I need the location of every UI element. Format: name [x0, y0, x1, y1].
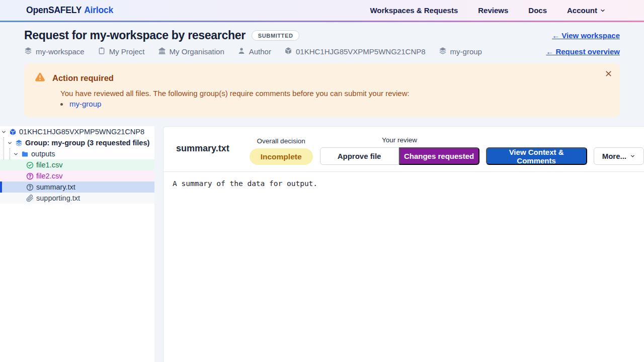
app-header: OpenSAFELYAirlock Workspaces & Requests … — [0, 0, 644, 22]
meta-author-label: Author — [249, 47, 271, 56]
brand-secondary: Airlock — [84, 5, 113, 15]
chevron-down-icon[interactable] — [13, 151, 19, 157]
nav-workspaces-requests[interactable]: Workspaces & Requests — [370, 6, 458, 15]
your-review-label: Your review — [382, 136, 417, 144]
tree-item-outputs-folder[interactable]: outputs — [0, 148, 154, 159]
request-overview-link[interactable]: ← Request overview — [546, 47, 620, 56]
cube-icon — [9, 128, 17, 136]
paperclip-icon — [26, 195, 34, 202]
alert-message: You have reviewed all files. The followi… — [60, 89, 608, 98]
alert-group-link[interactable]: my-group — [69, 100, 101, 108]
app-logo[interactable]: OpenSAFELYAirlock — [26, 5, 113, 16]
tree-item-label: summary.txt — [36, 183, 75, 191]
request-meta-row: my-workspace My Project My Organisation … — [24, 47, 620, 56]
file-panel-header: summary.txt Overall decision Incomplete … — [164, 127, 644, 172]
alert-group-list: my-group — [68, 100, 608, 108]
chevron-down-icon[interactable] — [7, 140, 13, 146]
nav-reviews[interactable]: Reviews — [478, 6, 508, 15]
tree-item-group[interactable]: Group: my-group (3 requested files) — [0, 137, 154, 148]
meta-group-label: my-group — [450, 47, 482, 56]
nav-docs[interactable]: Docs — [528, 6, 547, 15]
approve-file-button[interactable]: Approve file — [320, 147, 399, 165]
action-required-banner: Action required You have reviewed all fi… — [24, 63, 620, 117]
chevron-down-icon[interactable] — [1, 129, 7, 135]
file-name-heading: summary.txt — [176, 143, 229, 154]
tree-item-supporting[interactable]: supporting.txt — [0, 193, 154, 204]
file-content-text: A summary of the data for output. — [173, 179, 635, 188]
layers-icon — [15, 139, 23, 147]
overall-decision-group: Overall decision Incomplete — [250, 137, 313, 165]
clipboard-icon — [98, 47, 106, 56]
status-badge: SUBMITTED — [252, 30, 300, 41]
decision-badge: Incomplete — [250, 148, 313, 165]
meta-group: my-group — [439, 47, 482, 56]
tree-item-file1[interactable]: file1.csv — [0, 159, 154, 170]
tree-item-file2[interactable]: file2.csv — [0, 170, 154, 182]
tree-item-label: file2.csv — [36, 172, 62, 180]
circle-question-icon — [26, 184, 34, 191]
meta-project-label: My Project — [109, 47, 145, 56]
chevron-down-icon — [630, 153, 635, 159]
view-context-comments-button[interactable]: View Context & Comments — [486, 147, 587, 165]
meta-project: My Project — [98, 47, 145, 56]
meta-workspace-label: my-workspace — [36, 47, 85, 56]
cube-icon — [284, 47, 292, 56]
file-review-panel: summary.txt Overall decision Incomplete … — [163, 126, 644, 362]
tree-item-label: 01KHC1HJG85VXPMP5WNG21CNP8 — [19, 128, 144, 136]
your-review-group: Your review Approve file Changes request… — [320, 136, 479, 165]
meta-workspace: my-workspace — [24, 47, 85, 56]
meta-author: Author — [237, 47, 271, 56]
meta-request-id: 01KHC1HJG85VXPMP5WNG21CNP8 — [284, 47, 426, 56]
file-content-area[interactable]: A summary of the data for output. — [164, 172, 644, 362]
folder-icon — [21, 150, 29, 158]
overall-decision-label: Overall decision — [257, 137, 305, 145]
brand-primary: OpenSAFELY — [26, 5, 82, 15]
tree-item-label: Group: my-group (3 requested files) — [25, 139, 149, 147]
chevron-down-icon — [600, 8, 606, 14]
more-actions-button[interactable]: More... — [594, 147, 644, 165]
circle-question-icon — [26, 172, 34, 180]
account-label: Account — [567, 6, 597, 15]
selected-indicator — [0, 182, 2, 193]
file-tree-sidebar: 01KHC1HJG85VXPMP5WNG21CNP8 Group: my-gro… — [0, 126, 154, 362]
meta-organisation: My Organisation — [158, 47, 224, 56]
person-icon — [237, 47, 246, 56]
view-workspace-link[interactable]: ← View workspace — [552, 31, 620, 40]
tree-item-label: supporting.txt — [36, 194, 80, 202]
circle-check-icon — [26, 161, 34, 169]
meta-organisation-label: My Organisation — [170, 47, 224, 56]
tree-item-summary[interactable]: summary.txt — [0, 182, 154, 193]
nav-account-menu[interactable]: Account — [567, 6, 606, 15]
more-label: More... — [602, 152, 626, 160]
meta-request-id-label: 01KHC1HJG85VXPMP5WNG21CNP8 — [296, 47, 426, 56]
warning-icon — [34, 71, 46, 85]
tree-item-label: outputs — [31, 150, 55, 158]
layers-icon — [24, 47, 32, 56]
main-content: 01KHC1HJG85VXPMP5WNG21CNP8 Group: my-gro… — [0, 126, 644, 362]
layers-icon — [439, 47, 447, 56]
tree-item-request-id[interactable]: 01KHC1HJG85VXPMP5WNG21CNP8 — [0, 126, 154, 137]
close-icon[interactable] — [604, 69, 613, 78]
alert-group-item: my-group — [68, 100, 608, 108]
review-button-group: Approve file Changes requested — [320, 147, 479, 165]
changes-requested-button[interactable]: Changes requested — [399, 147, 479, 165]
top-navigation: Workspaces & Requests Reviews Docs Accou… — [370, 6, 606, 15]
alert-title: Action required — [52, 73, 114, 83]
bank-icon — [158, 47, 166, 56]
page-title: Request for my-workspace by researcher — [24, 29, 246, 42]
tree-item-label: file1.csv — [36, 161, 62, 169]
request-title-section: Request for my-workspace by researcher S… — [0, 22, 644, 59]
